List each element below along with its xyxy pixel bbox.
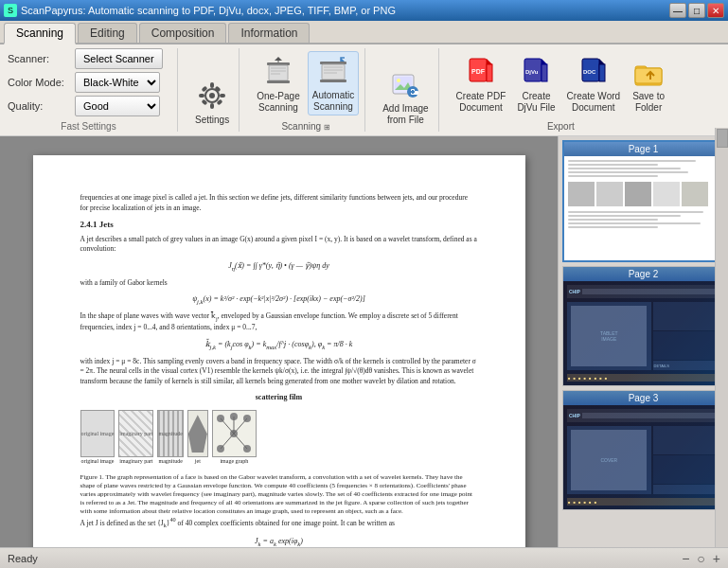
zoom-plus-button[interactable]: + <box>713 551 720 566</box>
thumb-3-header: Page 3 <box>563 391 723 405</box>
content-area: frequencies at one image pixel is called… <box>0 136 728 547</box>
settings-group: Settings <box>186 48 240 132</box>
colormode-select[interactable]: Black-White <box>75 72 160 93</box>
zoom-default-button[interactable]: ○ <box>697 551 704 566</box>
svg-rect-32 <box>412 90 414 94</box>
svg-rect-13 <box>271 70 286 72</box>
svg-rect-4 <box>199 94 204 98</box>
svg-rect-3 <box>210 103 214 109</box>
svg-marker-34 <box>487 59 492 64</box>
add-image-group: Add Imagefrom File <box>373 48 438 132</box>
svg-text:DOC: DOC <box>583 69 596 75</box>
status-bar: Ready − ○ + <box>0 547 728 568</box>
folder-icon <box>631 55 666 89</box>
svg-rect-22 <box>324 72 337 74</box>
create-djvu-button[interactable]: DjVu CreateDjVu File <box>513 53 559 115</box>
add-image-button[interactable]: Add Imagefrom File <box>379 65 432 128</box>
svg-rect-39 <box>542 64 547 81</box>
window-controls: — □ ✕ <box>669 3 724 18</box>
svg-rect-12 <box>271 67 286 69</box>
maximize-button[interactable]: □ <box>688 3 705 18</box>
fast-settings-section: Scanner: Select Scanner Color Mode: Blac… <box>8 48 178 132</box>
title-bar: S ScanPapyrus: Automatic scanning to PDF… <box>0 0 728 21</box>
gear-icon <box>195 79 229 113</box>
document-view[interactable]: frequencies at one image pixel is called… <box>0 136 558 547</box>
svg-rect-43 <box>599 64 605 81</box>
thumbnail-panel[interactable]: Page 1 <box>558 136 728 547</box>
one-page-scan-label: One-PageScanning <box>257 91 300 114</box>
export-group: PDF Create PDFDocument DjVu <box>447 48 676 132</box>
scanning-group-label: Scanning ⊞ <box>281 119 329 132</box>
export-group-label: Export <box>547 119 575 132</box>
svg-text:DjVu: DjVu <box>525 69 539 75</box>
svg-line-55 <box>221 418 234 434</box>
tab-information[interactable]: Information <box>228 23 310 43</box>
settings-label: Settings <box>195 115 229 126</box>
minimize-button[interactable]: — <box>669 3 686 18</box>
close-button[interactable]: ✕ <box>707 3 724 18</box>
auto-scan-button[interactable]: AutomaticScanning <box>308 51 359 115</box>
thumb-2-header: Page 2 <box>563 267 723 281</box>
one-page-scan-button[interactable]: One-PageScanning <box>253 53 304 115</box>
word-icon: DOC <box>577 55 611 89</box>
add-image-label: Add Imagefrom File <box>382 103 428 126</box>
djvu-icon: DjVu <box>519 55 553 89</box>
create-djvu-label: CreateDjVu File <box>517 91 555 114</box>
thumbnail-page-1[interactable]: Page 1 <box>562 140 724 262</box>
svg-point-26 <box>397 79 400 82</box>
tab-bar: Scanning Editing Composition Information <box>0 21 728 44</box>
thumb-1-header: Page 1 <box>564 142 722 156</box>
svg-text:PDF: PDF <box>471 68 486 75</box>
svg-line-57 <box>234 418 247 434</box>
thumb-1-image <box>564 156 722 260</box>
create-word-button[interactable]: DOC Create WordDocument <box>563 53 625 115</box>
status-text: Ready <box>8 553 38 564</box>
tab-scanning[interactable]: Scanning <box>4 23 76 44</box>
svg-marker-38 <box>542 59 547 64</box>
one-page-scan-icon <box>261 55 295 89</box>
svg-point-1 <box>209 93 215 98</box>
save-folder-button[interactable]: Save toFolder <box>628 53 669 115</box>
svg-rect-8 <box>215 85 222 92</box>
create-word-label: Create WordDocument <box>567 91 621 114</box>
pdf-icon: PDF <box>464 55 498 89</box>
fast-settings-label: Fast Settings <box>8 121 169 132</box>
auto-scan-label: AutomaticScanning <box>312 90 354 113</box>
ribbon: Scanner: Select Scanner Color Mode: Blac… <box>0 44 728 136</box>
svg-line-59 <box>234 434 247 449</box>
main-window: Scanning Editing Composition Information… <box>0 21 728 568</box>
svg-rect-21 <box>324 69 343 71</box>
save-folder-label: Save toFolder <box>632 91 665 114</box>
quality-select[interactable]: Good <box>75 96 160 116</box>
zoom-minus-button[interactable]: − <box>682 551 689 566</box>
add-image-icon <box>388 67 422 101</box>
tab-editing[interactable]: Editing <box>78 23 137 43</box>
svg-rect-14 <box>271 73 280 75</box>
svg-rect-35 <box>487 64 492 81</box>
thumb-2-image: CHIP TABLETIMAGE <box>563 281 723 385</box>
svg-rect-5 <box>220 94 225 98</box>
svg-marker-42 <box>599 59 605 64</box>
svg-line-58 <box>221 434 234 449</box>
settings-button[interactable]: Settings <box>191 77 233 128</box>
thumbnail-page-3[interactable]: Page 3 CHIP COVER <box>562 390 724 510</box>
svg-marker-17 <box>275 57 282 61</box>
document-page: frequencies at one image pixel is called… <box>33 155 525 547</box>
app-icon: S <box>4 4 17 17</box>
auto-scan-icon <box>316 54 350 88</box>
thumb-3-image: CHIP COVER <box>563 405 723 509</box>
status-controls: − ○ + <box>682 551 720 566</box>
thumbnail-page-2[interactable]: Page 2 CHIP TABLETIMAGE <box>562 266 724 386</box>
select-scanner-button[interactable]: Select Scanner <box>75 48 163 69</box>
svg-rect-23 <box>320 80 346 82</box>
svg-rect-20 <box>324 66 343 68</box>
create-pdf-button[interactable]: PDF Create PDFDocument <box>453 53 510 115</box>
svg-rect-15 <box>267 80 290 83</box>
scanner-label: Scanner: <box>8 53 69 64</box>
scanning-ribbon-group: One-PageScanning <box>247 48 365 132</box>
window-title: ScanPapyrus: Automatic scanning to PDF, … <box>21 5 396 16</box>
svg-rect-2 <box>210 82 214 88</box>
create-pdf-label: Create PDFDocument <box>456 91 506 114</box>
tab-composition[interactable]: Composition <box>139 23 227 43</box>
colormode-label: Color Mode: <box>8 77 69 88</box>
